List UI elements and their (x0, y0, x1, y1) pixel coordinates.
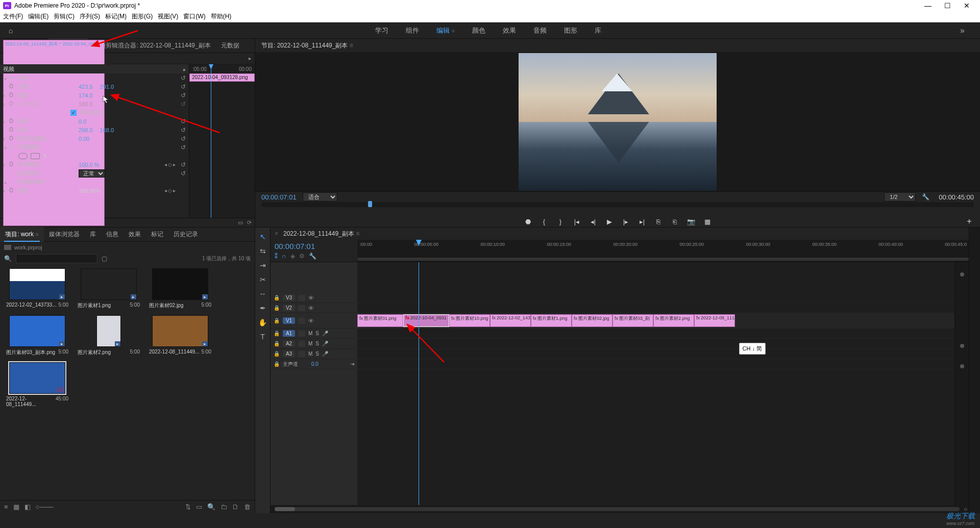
project-thumbnail[interactable] (9, 362, 65, 394)
pen-tool[interactable]: ✒ (258, 304, 267, 312)
find-icon[interactable]: 🔍 (207, 503, 215, 511)
close-button[interactable]: ✕ (962, 2, 972, 10)
mute-button[interactable]: M (308, 341, 312, 346)
solo-button[interactable]: S (315, 341, 319, 346)
track-toggle[interactable] (298, 318, 305, 324)
program-scrubber[interactable] (261, 202, 974, 207)
menu-edit[interactable]: 编辑(E) (28, 12, 48, 21)
reset-icon[interactable]: ↺ (181, 135, 186, 142)
current-timecode[interactable]: 00:00:07:01 (261, 193, 297, 201)
workspace-graphics[interactable]: 图形 (563, 24, 578, 37)
icon-view-icon[interactable]: ▦ (13, 503, 19, 511)
menu-window[interactable]: 窗口(W) (183, 12, 205, 21)
track-toggle[interactable] (298, 341, 305, 347)
zoom-fit-select[interactable]: 适合 (303, 192, 337, 202)
lock-icon[interactable]: 🔒 (274, 295, 280, 300)
stopwatch-icon[interactable]: Ö (9, 188, 17, 193)
mask-ellipse-icon[interactable] (18, 153, 28, 159)
track-select-tool[interactable]: ⇆ (258, 247, 267, 255)
menu-sequence[interactable]: 序列(S) (80, 12, 100, 21)
lock-icon[interactable]: 🔒 (274, 351, 280, 357)
home-icon[interactable]: ⌂ (5, 26, 16, 36)
settings-icon[interactable]: ⚙ (299, 253, 305, 260)
timeline-clip[interactable]: fx图片素材02.jpg (572, 314, 612, 327)
tab-media-browser[interactable]: 媒体浏览器 (44, 227, 85, 242)
project-item[interactable]: ▸ 图片素材2.png5:00 (76, 315, 142, 356)
lock-icon[interactable]: 🔒 (274, 341, 280, 346)
stopwatch-icon[interactable]: Ö (9, 118, 17, 124)
track-v2[interactable]: V2 (283, 305, 295, 311)
project-item[interactable]: ▸ 2022-12-08_111449...5:00 (147, 315, 213, 356)
track-v1[interactable]: V1 (283, 317, 295, 324)
timeline-clip[interactable]: fx图片素材2.png (653, 314, 694, 327)
speed-value[interactable]: 100.00% (79, 188, 101, 194)
timeline-playhead[interactable] (419, 262, 419, 505)
tab-history[interactable]: 历史记录 (168, 227, 203, 242)
ec-zoom-icon[interactable]: ▭ (238, 219, 243, 226)
reset-icon[interactable]: ↺ (181, 83, 186, 90)
track-lane-v2[interactable] (357, 303, 954, 313)
timeline-clip[interactable]: fx图片素材10.png (449, 314, 490, 327)
export-frame-icon[interactable]: 📷 (687, 218, 696, 225)
effect-mini-timeline[interactable]: :05:0000:00 2022-10-04_093128.png (189, 64, 255, 218)
keyframe-nav[interactable]: ◂◇▸ (164, 162, 176, 167)
linked-selection-icon[interactable]: ∩ (282, 253, 286, 260)
list-view-icon[interactable]: ≡ (4, 503, 8, 511)
workspace-color[interactable]: 颜色 (471, 24, 486, 37)
menu-clip[interactable]: 剪辑(C) (54, 12, 75, 21)
stopwatch-icon[interactable]: Ö (9, 127, 17, 133)
timeline-clip[interactable]: fx图片素材1.png (531, 314, 572, 327)
eye-icon[interactable]: 👁 (308, 318, 314, 324)
razor-tool[interactable]: ✂ (258, 275, 267, 284)
chevron-right-icon[interactable]: ▸ (249, 55, 252, 62)
tab-effects[interactable]: 效果 (124, 227, 146, 242)
antiflicker-value[interactable]: 0.00 (79, 136, 89, 142)
wrench-icon[interactable]: 🔧 (922, 193, 929, 200)
lock-icon[interactable]: 🔒 (274, 318, 280, 323)
sort-icon[interactable]: ⇅ (185, 503, 191, 511)
scrubber-handle[interactable] (368, 201, 372, 207)
step-back-icon[interactable]: ◂| (589, 218, 598, 225)
step-forward-icon[interactable]: |▸ (621, 218, 630, 225)
expand-icon[interactable]: ⇥ (350, 361, 354, 367)
stopwatch-icon[interactable]: Ö (9, 136, 17, 141)
program-tab[interactable]: 节目: 2022-12-08_111449_副本 ≡ (259, 39, 355, 52)
voice-icon[interactable]: 🎤 (322, 351, 328, 357)
project-thumbnail[interactable]: ▸ (81, 268, 137, 300)
timeline-timecode[interactable]: 00:00:07:01 (275, 242, 353, 250)
slip-tool[interactable]: ↔ (258, 290, 267, 298)
tab-project[interactable]: 项目: work≡ (0, 227, 44, 242)
track-a3[interactable]: A3 (283, 350, 295, 357)
workspace-more[interactable]: » (960, 26, 965, 35)
reset-icon[interactable]: ↺ (181, 127, 186, 134)
project-item[interactable]: 2022-12-08_111449...45:00 (4, 362, 70, 407)
tab-libraries[interactable]: 库 (85, 227, 101, 242)
mask-rect-icon[interactable] (31, 153, 40, 159)
delete-icon[interactable]: 🗑 (244, 503, 251, 511)
timeline-ruler[interactable]: :00:0000:00:05:0000:00:10:0000:00:15:000… (357, 240, 969, 262)
twisty-icon[interactable]: › (3, 92, 9, 98)
project-item[interactable]: ▸ 2022-12-02_143733...5:00 (4, 268, 70, 309)
resolution-select[interactable]: 1/2 (884, 192, 916, 202)
lift-icon[interactable]: ⎘ (654, 218, 663, 225)
freeform-view-icon[interactable]: ◧ (24, 503, 31, 511)
master-value[interactable]: 0.0 (311, 361, 318, 367)
stopwatch-icon[interactable]: Ö (9, 84, 17, 89)
track-toggle[interactable] (298, 331, 305, 337)
timeline-tracks[interactable]: fx图片素材01.pngfx2022-10-04_0931fx图片素材10.pn… (357, 262, 954, 505)
ec-settings-icon[interactable]: ⟳ (247, 219, 252, 226)
solo-button[interactable]: S (315, 351, 319, 357)
eye-icon[interactable]: 👁 (308, 305, 314, 311)
project-thumbnail[interactable]: ▸ (152, 315, 208, 347)
collapse-icon[interactable]: ▴ (183, 66, 186, 72)
maximize-button[interactable]: ☐ (942, 2, 952, 10)
track-lane-a2[interactable] (357, 339, 954, 349)
workspace-learn[interactable]: 学习 (374, 24, 389, 37)
track-toggle[interactable] (298, 295, 305, 301)
mask-pen-icon[interactable]: ✎ (43, 153, 47, 159)
position-y[interactable]: 291.0 (100, 84, 114, 90)
menu-file[interactable]: 文件(F) (3, 12, 23, 21)
timeline-zoom-scrollbar[interactable] (275, 507, 960, 511)
workspace-effects[interactable]: 效果 (502, 24, 517, 37)
track-v3[interactable]: V3 (283, 294, 295, 301)
